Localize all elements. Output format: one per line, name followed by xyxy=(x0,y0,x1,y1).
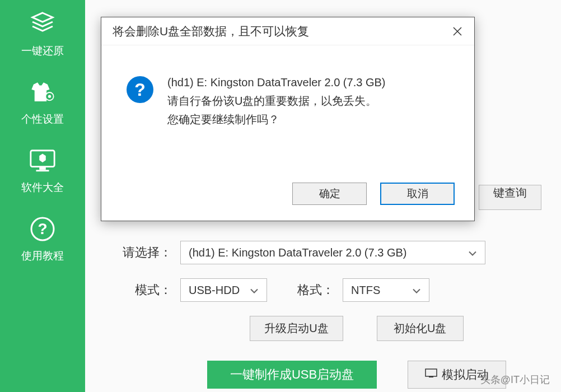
sidebar-item-restore[interactable]: 一键还原 xyxy=(0,0,85,68)
dialog-body: ? (hd1) E: Kingston DataTraveler 2.0 (7.… xyxy=(101,45,474,146)
format-select[interactable]: NTFS xyxy=(343,278,429,302)
select-label: 请选择： xyxy=(107,244,172,261)
sidebar-item-label: 使用教程 xyxy=(21,249,64,263)
svg-rect-3 xyxy=(39,167,46,170)
sidebar-item-software[interactable]: 软件大全 xyxy=(0,137,85,205)
chevron-down-icon xyxy=(468,246,477,259)
device-select[interactable]: (hd1) E: Kingston DataTraveler 2.0 (7.3 … xyxy=(180,241,485,264)
svg-point-1 xyxy=(48,95,51,97)
svg-rect-8 xyxy=(429,376,433,377)
dialog-titlebar: 将会删除U盘全部数据，且不可以恢复 xyxy=(101,17,474,45)
svg-rect-4 xyxy=(36,170,49,171)
create-usb-button[interactable]: 一键制作成USB启动盘 xyxy=(207,361,377,389)
init-button[interactable]: 初始化U盘 xyxy=(377,316,464,341)
mode-select[interactable]: USB-HDD xyxy=(180,278,267,302)
upgrade-button[interactable]: 升级启动U盘 xyxy=(250,316,343,341)
form-area: 请选择： (hd1) E: Kingston DataTraveler 2.0 … xyxy=(107,241,539,389)
query-button-partial[interactable]: 键查询 xyxy=(479,185,541,210)
mode-format-row: 模式： USB-HDD 格式： NTFS xyxy=(107,278,539,302)
shirt-gear-icon xyxy=(29,78,57,106)
chevron-down-icon xyxy=(250,284,259,297)
sidebar-item-label: 软件大全 xyxy=(21,180,64,195)
help-icon: ? xyxy=(29,215,57,243)
format-label: 格式： xyxy=(278,282,334,298)
chevron-down-icon xyxy=(412,284,421,297)
close-icon[interactable] xyxy=(449,23,466,40)
dialog-message: (hd1) E: Kingston DataTraveler 2.0 (7.3 … xyxy=(167,73,385,129)
sidebar-item-label: 一键还原 xyxy=(21,44,64,58)
dialog-title: 将会删除U盘全部数据，且不可以恢复 xyxy=(113,24,309,39)
question-icon: ? xyxy=(127,76,153,103)
sidebar-item-tutorial[interactable]: ? 使用教程 xyxy=(0,205,85,273)
cancel-button[interactable]: 取消 xyxy=(380,183,455,205)
sidebar: 一键还原 个性设置 软件大全 ? xyxy=(0,0,85,392)
mode-label: 模式： xyxy=(107,282,172,298)
confirm-dialog: 将会删除U盘全部数据，且不可以恢复 ? (hd1) E: Kingston Da… xyxy=(101,17,475,221)
ok-button[interactable]: 确定 xyxy=(292,183,367,205)
dialog-buttons: 确定 取消 xyxy=(292,183,455,205)
monitor-icon xyxy=(29,147,57,175)
sidebar-item-label: 个性设置 xyxy=(21,112,64,127)
sidebar-item-settings[interactable]: 个性设置 xyxy=(0,68,85,137)
watermark: 头条@IT小日记 xyxy=(480,373,550,386)
monitor-small-icon xyxy=(425,368,437,381)
restore-icon xyxy=(29,10,57,38)
select-row: 请选择： (hd1) E: Kingston DataTraveler 2.0 … xyxy=(107,241,539,264)
action-buttons-row: 升级启动U盘 初始化U盘 xyxy=(175,316,539,341)
svg-rect-7 xyxy=(426,369,437,376)
svg-text:?: ? xyxy=(38,220,47,237)
